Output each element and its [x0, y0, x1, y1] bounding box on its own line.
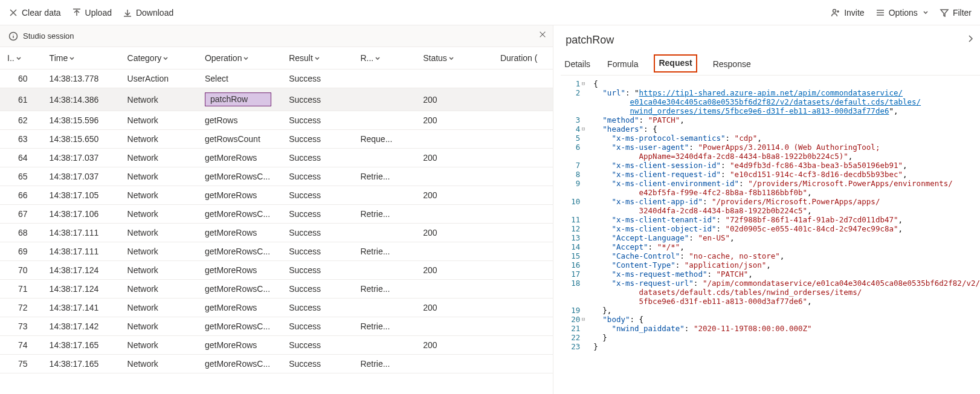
- col-operation[interactable]: Operation: [198, 47, 282, 69]
- table-row[interactable]: 6014:38:13.778UserActionSelectSuccess: [0, 69, 553, 88]
- col-result[interactable]: Result: [282, 47, 353, 69]
- chevron-down-icon: [314, 56, 320, 62]
- col-r[interactable]: R...: [353, 47, 416, 69]
- table-row[interactable]: 7314:38:17.142NetworkgetMoreRowsC...Succ…: [0, 317, 553, 336]
- monitor-pane: Studio session I.. Time Category Operati…: [0, 25, 553, 394]
- expand-arrow-button[interactable]: [965, 34, 975, 47]
- chevron-down-icon: [448, 56, 454, 62]
- table-row[interactable]: 6914:38:17.111NetworkgetMoreRowsC...Succ…: [0, 242, 553, 261]
- table-row[interactable]: 6114:38:14.386NetworkpatchRowSuccess200: [0, 88, 553, 111]
- table-row[interactable]: 7514:38:17.165NetworkgetMoreRowsC...Succ…: [0, 355, 553, 373]
- options-button[interactable]: Options: [875, 8, 929, 18]
- filter-icon: [940, 8, 949, 18]
- tab-response[interactable]: Response: [712, 54, 752, 75]
- list-icon: [875, 8, 885, 18]
- detail-title-bar: patchRow: [561, 25, 980, 54]
- upload-button[interactable]: Upload: [72, 8, 112, 18]
- chevron-down-icon: [69, 56, 75, 62]
- detail-pane: patchRow Details Formula Request Respons…: [553, 25, 980, 394]
- filter-button[interactable]: Filter: [940, 8, 972, 18]
- close-icon: [8, 8, 18, 18]
- table-row[interactable]: 6214:38:15.596NetworkgetRowsSuccess200: [0, 111, 553, 130]
- upload-label: Upload: [85, 8, 112, 18]
- options-label: Options: [889, 8, 918, 18]
- invite-label: Invite: [844, 8, 864, 18]
- download-icon: [123, 8, 132, 18]
- chevron-down-icon: [163, 56, 169, 62]
- table-row[interactable]: 6814:38:17.111NetworkgetMoreRowsSuccess2…: [0, 224, 553, 242]
- filter-label: Filter: [953, 8, 972, 18]
- svg-point-0: [833, 9, 836, 12]
- events-table-scroll[interactable]: I.. Time Category Operation Result R... …: [0, 47, 553, 394]
- table-row[interactable]: 7214:38:17.141NetworkgetMoreRowsSuccess2…: [0, 299, 553, 317]
- table-row[interactable]: 7114:38:17.124NetworkgetMoreRowsC...Succ…: [0, 280, 553, 299]
- invite-button[interactable]: Invite: [831, 8, 864, 18]
- tab-formula[interactable]: Formula: [606, 54, 639, 75]
- table-row[interactable]: 6614:38:17.105NetworkgetMoreRowsSuccess2…: [0, 186, 553, 205]
- download-button[interactable]: Download: [123, 8, 173, 18]
- person-add-icon: [831, 8, 840, 18]
- clear-data-button[interactable]: Clear data: [8, 8, 61, 18]
- chevron-down-icon: [16, 56, 22, 62]
- chevron-down-icon: [923, 10, 929, 16]
- col-category[interactable]: Category: [120, 47, 198, 69]
- col-duration[interactable]: Duration (: [493, 47, 553, 69]
- upload-icon: [72, 8, 82, 18]
- chevron-down-icon: [375, 56, 381, 62]
- line-gutter: 1⊟234⊟567891011121314151617181920⊟212223: [561, 79, 585, 394]
- table-row[interactable]: 6314:38:15.650NetworkgetRowsCountSuccess…: [0, 130, 553, 149]
- events-table: I.. Time Category Operation Result R... …: [0, 47, 553, 373]
- table-row[interactable]: 7414:38:17.165NetworkgetMoreRowsSuccess2…: [0, 336, 553, 355]
- detail-title: patchRow: [566, 34, 614, 47]
- close-session-button[interactable]: [538, 30, 547, 40]
- session-header: Studio session: [0, 25, 553, 47]
- clear-data-label: Clear data: [22, 8, 61, 18]
- table-row[interactable]: 7014:38:17.124NetworkgetMoreRowsSuccess2…: [0, 261, 553, 280]
- col-status[interactable]: Status: [416, 47, 493, 69]
- toolbar: Clear data Upload Download Invite Option…: [0, 0, 980, 25]
- table-header-row: I.. Time Category Operation Result R... …: [0, 47, 553, 69]
- request-code-viewer[interactable]: 1⊟234⊟567891011121314151617181920⊟212223…: [561, 76, 980, 394]
- session-label: Studio session: [23, 31, 74, 40]
- tab-details[interactable]: Details: [563, 54, 592, 75]
- col-time[interactable]: Time: [42, 47, 120, 69]
- tab-request[interactable]: Request: [654, 54, 697, 73]
- download-label: Download: [136, 8, 173, 18]
- table-row[interactable]: 6514:38:17.037NetworkgetMoreRowsC...Succ…: [0, 167, 553, 186]
- table-row[interactable]: 6414:38:17.037NetworkgetMoreRowsSuccess2…: [0, 149, 553, 167]
- detail-tabs: Details Formula Request Response: [561, 54, 980, 76]
- code-body: { "url": "https://tip1-shared.azure-apim…: [585, 79, 980, 394]
- chevron-down-icon: [243, 56, 249, 62]
- table-row[interactable]: 6714:38:17.106NetworkgetMoreRowsC...Succ…: [0, 205, 553, 224]
- col-id[interactable]: I..: [0, 47, 42, 69]
- info-icon: [8, 31, 18, 41]
